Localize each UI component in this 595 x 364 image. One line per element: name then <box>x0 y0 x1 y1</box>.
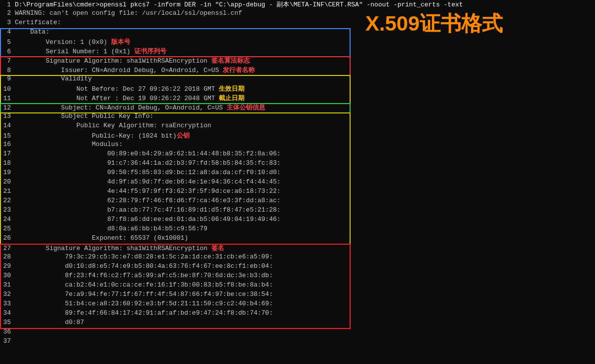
line-text: Signature Algorithm: sha1WithRSAEncrypti… <box>15 244 355 253</box>
terminal-line-13: 13 Subject Public Key Info: <box>0 112 356 122</box>
terminal-line-30: 30 8f:23:f4:f6:c2:f7:a5:99:af:c5:be:8f:7… <box>0 272 356 281</box>
line-number: 3 <box>1 19 15 26</box>
terminal-line-37: 37 <box>0 337 356 347</box>
terminal-line-25: 25 d8:0a:a6:bb:b4:b5:c9:56:79 <box>0 225 356 234</box>
terminal-line-24: 24 87:f8:a6:dd:ee:ed:01:da:b5:06:49:04:1… <box>0 216 356 225</box>
line-text: 89:fe:4f:66:84:17:42:91:af:af:bd:e9:47:2… <box>15 309 355 317</box>
terminal-line-4: 4 Data: <box>0 28 356 37</box>
line-number: 33 <box>1 300 15 307</box>
line-text: 00:89:e0:b4:29:a9:62:b1:44:48:b8:35:f2:8… <box>15 150 355 157</box>
line-number: 15 <box>1 132 15 140</box>
annotation-12: 主体公钥信息 <box>227 104 265 111</box>
line-text: Public-Key: (1024 bit)公钥 <box>15 131 355 140</box>
line-number: 27 <box>1 245 15 252</box>
line-number: 9 <box>1 75 15 82</box>
terminal-line-5: 5 Version: 1 (0x0) 版本号 <box>0 37 356 47</box>
page-title: X.509证书格式 <box>365 10 503 37</box>
terminal-line-23: 23 b7:aa:cb:77:7c:47:16:89:d1:d5:f8:47:e… <box>0 206 356 216</box>
line-text: Modulus: <box>15 141 355 148</box>
line-number: 13 <box>1 112 15 120</box>
terminal-line-32: 32 7e:a9:94:fe:77:1f:67:ff:4f:54:87:66:f… <box>0 291 356 300</box>
terminal-line-15: 15 Public-Key: (1024 bit)公钥 <box>0 131 356 141</box>
terminal-line-9: 9 Validity <box>0 75 356 84</box>
terminal-line-36: 36 <box>0 328 356 337</box>
terminal-line-27: 27 Signature Algorithm: sha1WithRSAEncry… <box>0 244 356 253</box>
terminal-line-20: 20 4d:9f:a5:9d:7f:de:b6:4e:1e:94:36:c4:f… <box>0 178 356 187</box>
line-number: 1 <box>1 1 15 8</box>
line-text: d0:10:d8:e5:74:e9:b5:80:4a:63:76:f4:67:e… <box>15 262 355 270</box>
line-text: 51:b4:ce:a8:23:60:92:e3:bf:5d:21:11:50:c… <box>15 300 355 307</box>
right-panel: X.509证书格式 <box>356 0 595 364</box>
line-number: 23 <box>1 206 15 214</box>
line-number: 36 <box>1 328 15 335</box>
line-text: Not Before: Dec 27 09:26:22 2018 GMT 生效日… <box>15 84 355 93</box>
terminal-line-8: 8 Issuer: CN=Android Debug, O=Android, C… <box>0 66 356 75</box>
annotation-27: 签名 <box>211 245 224 252</box>
terminal-line-1: 1D:\ProgramFiles\cmder>openssl pkcs7 -in… <box>0 0 356 9</box>
annotation-10: 生效日期 <box>219 85 244 93</box>
line-text: Subject Public Key Info: <box>15 112 355 120</box>
line-number: 5 <box>1 38 15 46</box>
annotation-8: 发行者名称 <box>223 67 255 74</box>
terminal-panel: 1D:\ProgramFiles\cmder>openssl pkcs7 -in… <box>0 0 356 364</box>
line-number: 29 <box>1 262 15 270</box>
line-text: Certificate: <box>15 19 355 26</box>
line-number: 18 <box>1 159 15 167</box>
terminal-line-19: 19 09:50:f5:85:83:d9:bc:12:a8:da:da:cf:f… <box>0 169 356 178</box>
line-number: 8 <box>1 67 15 74</box>
line-text: 09:50:f5:85:83:d9:bc:12:a8:da:da:cf:f0:1… <box>15 169 355 176</box>
line-number: 7 <box>1 57 15 65</box>
line-text: Validity <box>15 75 355 82</box>
line-text: Data: <box>15 28 355 36</box>
terminal-line-28: 28 79:3c:29:c5:3c:e7:d8:28:e1:5c:2a:1d:c… <box>0 253 356 262</box>
terminal-line-6: 6 Serial Number: 1 (0x1) 证书序列号 <box>0 47 356 56</box>
annotation-15: 公钥 <box>177 132 190 140</box>
annotation-7: 签名算法标志 <box>211 57 250 65</box>
line-number: 32 <box>1 291 15 298</box>
terminal-line-33: 33 51:b4:ce:a8:23:60:92:e3:bf:5d:21:11:5… <box>0 300 356 309</box>
lines-container: 1D:\ProgramFiles\cmder>openssl pkcs7 -in… <box>0 0 356 347</box>
line-number: 4 <box>1 28 15 36</box>
line-number: 24 <box>1 216 15 223</box>
line-number: 6 <box>1 48 15 55</box>
line-text: 62:28:79:f7:46:f8:d6:f7:ca:46:e3:3f:dd:a… <box>15 197 355 204</box>
annotation-5: 版本号 <box>111 38 130 46</box>
line-number: 11 <box>1 95 15 102</box>
line-number: 28 <box>1 253 15 260</box>
line-number: 21 <box>1 187 15 195</box>
line-number: 19 <box>1 169 15 176</box>
line-text: 4e:44:f5:97:9f:f3:62:3f:5f:9d:ce:a6:18:7… <box>15 187 355 195</box>
terminal-line-29: 29 d0:10:d8:e5:74:e9:b5:80:4a:63:76:f4:6… <box>0 262 356 272</box>
line-number: 34 <box>1 309 15 317</box>
line-number: 26 <box>1 234 15 242</box>
line-number: 20 <box>1 178 15 185</box>
terminal-line-3: 3Certificate: <box>0 19 356 28</box>
line-number: 17 <box>1 150 15 157</box>
line-text: 4d:9f:a5:9d:7f:de:b6:4e:1e:94:36:c4:f4:4… <box>15 178 355 185</box>
line-number: 37 <box>1 337 15 345</box>
line-number: 16 <box>1 141 15 148</box>
terminal-line-31: 31 ca:b2:64:e1:0c:ca:ce:fe:16:1f:3b:00:8… <box>0 281 356 291</box>
line-text: Signature Algorithm: sha1WithRSAEncrypti… <box>15 56 355 65</box>
line-text: Not After : Dec 19 09:26:22 2048 GMT 截止日… <box>15 94 355 103</box>
line-number: 10 <box>1 85 15 93</box>
line-number: 2 <box>1 9 15 17</box>
line-number: 14 <box>1 122 15 129</box>
line-text: b7:aa:cb:77:7c:47:16:89:d1:d5:f8:47:e5:2… <box>15 206 355 214</box>
line-text: d0:87 <box>15 319 355 326</box>
line-text: 87:f8:a6:dd:ee:ed:01:da:b5:06:49:04:19:4… <box>15 216 355 223</box>
terminal-line-18: 18 91:c7:36:44:1a:d2:b3:97:fd:58:b5:84:3… <box>0 159 356 169</box>
line-text: 7e:a9:94:fe:77:1f:67:ff:4f:54:87:66:f4:9… <box>15 291 355 298</box>
terminal-line-2: 2WARNING: can't open config file: /usr/l… <box>0 9 356 19</box>
terminal-line-26: 26 Exponent: 65537 (0x10001) <box>0 234 356 244</box>
terminal-line-7: 7 Signature Algorithm: sha1WithRSAEncryp… <box>0 56 356 66</box>
terminal-line-17: 17 00:89:e0:b4:29:a9:62:b1:44:48:b8:35:f… <box>0 150 356 159</box>
terminal-line-21: 21 4e:44:f5:97:9f:f3:62:3f:5f:9d:ce:a6:1… <box>0 187 356 197</box>
line-number: 30 <box>1 272 15 279</box>
terminal-line-34: 34 89:fe:4f:66:84:17:42:91:af:af:bd:e9:4… <box>0 309 356 319</box>
line-text: 79:3c:29:c5:3c:e7:d8:28:e1:5c:2a:1d:ce:3… <box>15 253 355 260</box>
line-text: 8f:23:f4:f6:c2:f7:a5:99:af:c5:be:8f:70:6… <box>15 272 355 279</box>
annotation-6: 证书序列号 <box>134 48 166 55</box>
terminal-line-14: 14 Public Key Algorithm: rsaEncryption <box>0 122 356 131</box>
line-number: 35 <box>1 319 15 326</box>
